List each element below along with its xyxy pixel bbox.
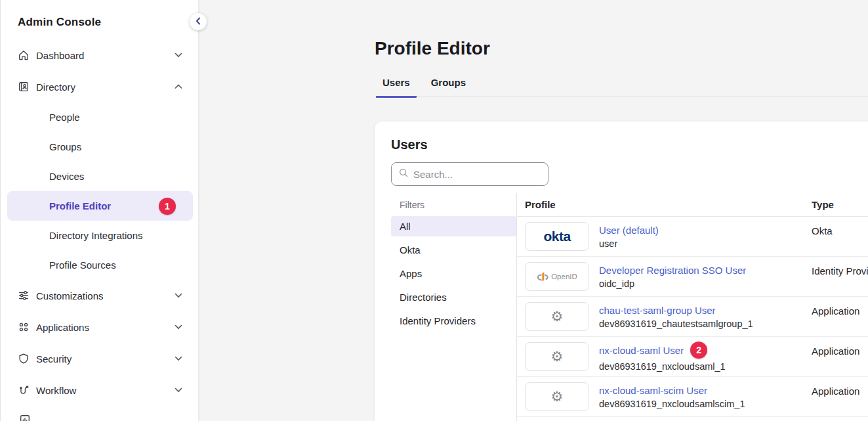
sidebar-item-profile-sources[interactable]: Profile Sources <box>7 250 193 280</box>
sidebar-item-workflow[interactable]: Workflow <box>1 374 198 406</box>
filter-all[interactable]: All <box>391 216 516 236</box>
profile-cell: ⚙ nx-cloud-saml-scim User dev86931619_nx… <box>525 382 812 411</box>
okta-logo: okta <box>525 222 589 251</box>
app-logo-placeholder: ⚙ <box>525 302 589 331</box>
tab-groups[interactable]: Groups <box>424 77 472 98</box>
type-cell: Identity Provider <box>812 257 868 277</box>
type-cell: Okta <box>812 217 833 236</box>
sidebar-item-label: Workflow <box>36 385 76 396</box>
home-icon <box>18 49 30 61</box>
sidebar-item-profile-editor[interactable]: Profile Editor 1 <box>7 191 193 221</box>
sidebar: Admin Console Dashboard Directory People… <box>0 0 198 421</box>
workflow-icon <box>18 384 30 396</box>
chevron-left-icon <box>196 17 201 27</box>
profile-text: chau-test-saml-group User dev86931619_ch… <box>599 305 753 329</box>
sidebar-item-groups[interactable]: Groups <box>7 132 193 162</box>
profile-subtext: dev86931619_nxcloudsaml_1 <box>599 361 726 372</box>
sidebar-item-label: Directory Integrations <box>49 230 143 241</box>
tab-bar: Users Groups <box>375 77 868 97</box>
table-header: Profile Type <box>517 193 868 217</box>
table-row: ⚙ nx-cloud-saml User 2 dev86931619_nxclo… <box>517 337 868 377</box>
chevron-down-icon <box>175 324 182 330</box>
app-logo-placeholder: ⚙ <box>525 342 589 371</box>
sidebar-item-label: Security <box>36 353 72 365</box>
chevron-up-icon <box>175 84 182 89</box>
profile-link[interactable]: Developer Registration SSO User <box>599 265 746 276</box>
sidebar-item-label: Profile Editor <box>49 200 111 211</box>
app-title: Admin Console <box>1 0 198 29</box>
profile-subtext: dev86931619_nxcloudsamlscim_1 <box>599 399 745 409</box>
filter-okta[interactable]: Okta <box>391 240 516 260</box>
profile-text: Developer Registration SSO User oidc_idp <box>599 265 746 289</box>
profile-cell: OpenID Developer Registration SSO User o… <box>525 262 812 291</box>
sidebar-nav: Dashboard Directory People Groups Device… <box>1 39 198 406</box>
filter-directories[interactable]: Directories <box>391 287 516 307</box>
profile-cell: ⚙ chau-test-saml-group User dev86931619_… <box>525 302 812 331</box>
profile-link[interactable]: nx-cloud-saml-scim User <box>599 385 707 396</box>
sidebar-collapse-button[interactable] <box>190 13 207 30</box>
sidebar-item-directory[interactable]: Directory <box>1 71 198 102</box>
column-header-profile: Profile <box>525 199 812 210</box>
openid-mark-icon <box>537 270 548 283</box>
users-panel: Users Filters All Okta Apps Directories … <box>375 122 868 421</box>
sidebar-item-customizations[interactable]: Customizations <box>1 280 198 311</box>
app-logo-placeholder: ⚙ <box>525 382 589 411</box>
shield-icon <box>18 353 30 365</box>
grid-dots-icon <box>18 321 30 333</box>
search-box <box>391 162 548 186</box>
filters-list: Filters All Okta Apps Directories Identi… <box>391 193 516 421</box>
sidebar-item-security[interactable]: Security <box>1 343 198 374</box>
profile-text: User (default) user <box>599 225 659 249</box>
sidebar-item-label: Profile Sources <box>49 259 116 271</box>
sidebar-item-dashboard[interactable]: Dashboard <box>1 39 198 71</box>
search-input[interactable] <box>413 169 544 180</box>
profile-link[interactable]: nx-cloud-saml User <box>599 345 684 356</box>
table-row: OpenID Developer Registration SSO User o… <box>517 257 868 297</box>
chevron-down-icon <box>175 293 182 298</box>
type-cell: Application <box>812 377 859 397</box>
type-cell: Application <box>812 297 859 317</box>
sidebar-item-label: Dashboard <box>36 50 84 61</box>
gear-icon: ⚙ <box>551 350 564 364</box>
tab-users[interactable]: Users <box>376 77 417 98</box>
profile-cell: okta User (default) user <box>525 222 812 251</box>
filters-label: Filters <box>391 197 516 213</box>
filter-apps[interactable]: Apps <box>391 263 516 284</box>
sidebar-item-applications[interactable]: Applications <box>1 311 198 343</box>
reports-icon <box>19 414 31 421</box>
gear-icon: ⚙ <box>551 310 564 324</box>
profile-subtext: user <box>599 238 659 249</box>
profile-subtext: dev86931619_chautestsamlgroup_1 <box>599 319 753 329</box>
profile-subtext: oidc_idp <box>599 278 746 289</box>
chevron-down-icon <box>175 53 182 58</box>
sidebar-item-label: Applications <box>36 322 89 333</box>
sidebar-item-label: People <box>49 112 80 123</box>
sidebar-item-label: Devices <box>49 171 84 182</box>
annotation-badge-2: 2 <box>690 342 707 359</box>
table-row: ⚙ nx-cloud-saml-scim User dev86931619_nx… <box>517 377 868 417</box>
chevron-down-icon <box>175 356 182 361</box>
filter-identity-providers[interactable]: Identity Providers <box>391 311 516 331</box>
sidebar-item-label: Customizations <box>36 290 104 301</box>
profile-text: nx-cloud-saml-scim User dev86931619_nxcl… <box>599 385 745 409</box>
sidebar-item-people[interactable]: People <box>7 102 193 132</box>
page-title: Profile Editor <box>375 38 868 59</box>
profiles-table: Profile Type okta User (default) user Ok… <box>517 193 868 421</box>
sidebar-item-directory-integrations[interactable]: Directory Integrations <box>7 221 193 250</box>
sidebar-item-label: Groups <box>49 141 81 152</box>
search-icon <box>398 167 409 181</box>
profile-text: nx-cloud-saml User 2 dev86931619_nxcloud… <box>599 342 726 372</box>
chevron-down-icon <box>175 388 182 393</box>
profile-link[interactable]: User (default) <box>599 225 659 236</box>
id-card-icon <box>18 81 30 93</box>
table-row: ⚙ chau-test-saml-group User dev86931619_… <box>517 297 868 337</box>
sliders-icon <box>18 290 30 301</box>
profile-cell: ⚙ nx-cloud-saml User 2 dev86931619_nxclo… <box>525 342 812 372</box>
openid-logo: OpenID <box>525 262 589 291</box>
sidebar-item-label: Directory <box>36 81 75 93</box>
profile-link[interactable]: chau-test-saml-group User <box>599 305 716 316</box>
column-header-type: Type <box>812 199 834 210</box>
sidebar-item-devices[interactable]: Devices <box>7 162 193 191</box>
table-row: okta User (default) user Okta <box>517 217 868 257</box>
type-cell: Application <box>812 337 859 357</box>
